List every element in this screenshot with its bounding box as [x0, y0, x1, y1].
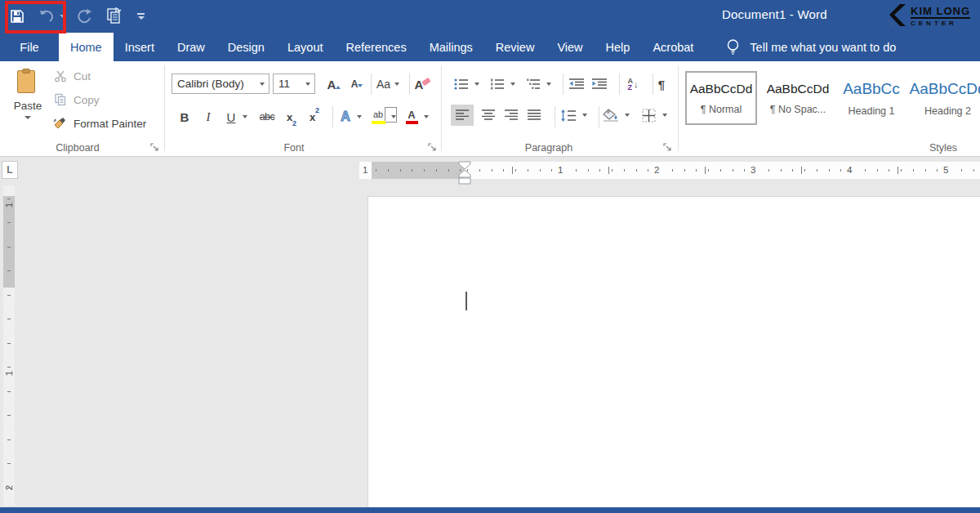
tab-stop-selector[interactable]: L: [2, 161, 18, 179]
shading-button[interactable]: [599, 105, 622, 126]
paste-button[interactable]: Paste: [8, 67, 47, 137]
numbering-dropdown-icon: [510, 83, 515, 86]
tab-help[interactable]: Help: [595, 33, 642, 61]
ribbon: Paste Cut Copy Format Painter Clipboard …: [0, 61, 980, 157]
align-left-icon: [455, 109, 470, 121]
tab-references[interactable]: References: [334, 33, 417, 61]
shading-dropdown-icon: [625, 114, 630, 117]
paragraph-dialog-launcher-icon[interactable]: [663, 141, 673, 151]
font-color-button[interactable]: A: [402, 106, 421, 127]
text-highlight-button[interactable]: ab: [368, 106, 389, 127]
align-center-button[interactable]: [477, 105, 500, 126]
format-painter-label: Format Painter: [74, 118, 146, 130]
shrink-font-icon: A: [351, 78, 359, 90]
clipboard-dialog-launcher-icon[interactable]: [150, 141, 160, 151]
justify-button[interactable]: [523, 105, 546, 126]
italic-button[interactable]: I: [198, 106, 218, 127]
underline-button[interactable]: U: [222, 106, 240, 127]
tab-acrobat[interactable]: Acrobat: [641, 33, 705, 61]
borders-dropdown[interactable]: [660, 105, 670, 126]
ruler-number: 5: [941, 164, 951, 176]
subscript-button[interactable]: x2: [281, 106, 302, 127]
tab-home[interactable]: Home: [59, 33, 114, 61]
highlight-dropdown-icon: [391, 115, 396, 118]
bullets-dropdown[interactable]: [472, 74, 482, 95]
shrink-font-button[interactable]: A: [345, 74, 364, 95]
underline-dropdown[interactable]: [240, 106, 250, 127]
font-dialog-launcher-icon[interactable]: [428, 141, 438, 151]
text-effects-dropdown-icon: [357, 115, 362, 118]
numbering-button[interactable]: [487, 74, 508, 95]
decrease-indent-button[interactable]: [565, 74, 588, 95]
text-effects-button[interactable]: A: [335, 106, 356, 127]
clear-formatting-button[interactable]: A: [412, 74, 434, 95]
increase-indent-button[interactable]: [588, 74, 611, 95]
customize-qat-icon[interactable]: [137, 13, 145, 20]
style-no-spacing[interactable]: AaBbCcDd ¶ No Spac...: [762, 71, 834, 125]
multilevel-list-icon: [526, 78, 541, 90]
undo-dropdown-icon[interactable]: [59, 15, 67, 18]
save-icon[interactable]: [5, 4, 29, 29]
tab-mailings[interactable]: Mailings: [418, 33, 484, 61]
sort-button[interactable]: AZ ↓: [621, 74, 645, 95]
cut-label: Cut: [74, 70, 91, 83]
font-name-select[interactable]: Calibri (Body): [172, 74, 270, 94]
font-group-label: Font: [245, 142, 343, 154]
vertical-ruler[interactable]: 1 1 2: [3, 185, 15, 506]
change-case-button[interactable]: Aa: [373, 74, 403, 95]
underline-icon: U: [227, 110, 236, 124]
horizontal-ruler[interactable]: 1 1 2 3 4 5: [359, 162, 980, 179]
style-heading-2[interactable]: AaBbCcDd Heading 2: [909, 71, 980, 125]
multilevel-list-button[interactable]: [523, 74, 544, 95]
copy-document-icon[interactable]: [101, 4, 126, 29]
copy-icon: [52, 93, 69, 106]
font-size-select[interactable]: 11: [273, 74, 315, 94]
align-left-button[interactable]: [451, 105, 474, 126]
grow-font-button[interactable]: A: [322, 74, 341, 95]
ruler-number: 1: [4, 199, 14, 211]
style-name: ¶ Normal: [701, 104, 742, 115]
cut-scissors-icon: [52, 69, 69, 83]
shading-dropdown[interactable]: [622, 105, 632, 126]
superscript-button[interactable]: x2: [304, 106, 325, 127]
strikethrough-button[interactable]: abc: [255, 106, 279, 127]
group-separator: [441, 65, 442, 151]
text-effects-icon: A: [341, 109, 350, 124]
show-hide-marks-button[interactable]: ¶: [652, 74, 671, 95]
numbering-dropdown[interactable]: [508, 74, 518, 95]
numbering-icon: [490, 78, 505, 90]
undo-icon[interactable]: [34, 4, 59, 29]
style-normal[interactable]: AaBbCcDd ¶ Normal: [685, 71, 757, 125]
copy-button[interactable]: Copy: [52, 93, 100, 106]
tab-file[interactable]: File: [0, 33, 59, 61]
tab-draw[interactable]: Draw: [166, 33, 216, 61]
paste-clipboard-icon: [17, 69, 38, 95]
tab-review[interactable]: Review: [484, 33, 546, 61]
tell-me-box[interactable]: Tell me what you want to do: [726, 33, 896, 61]
line-spacing-dropdown-icon: [582, 114, 587, 117]
cut-button[interactable]: Cut: [52, 69, 91, 83]
logo-arrow-icon: [886, 3, 907, 28]
tab-insert[interactable]: Insert: [114, 33, 166, 61]
tab-layout[interactable]: Layout: [276, 33, 335, 61]
borders-button[interactable]: [637, 105, 660, 126]
line-spacing-button[interactable]: [557, 105, 580, 126]
redo-icon[interactable]: [72, 4, 96, 29]
bold-button[interactable]: B: [175, 106, 194, 127]
tab-design[interactable]: Design: [216, 33, 276, 61]
text-highlight-dropdown[interactable]: [389, 106, 399, 127]
format-painter-button[interactable]: Format Painter: [52, 117, 146, 130]
align-right-button[interactable]: [500, 105, 523, 126]
font-color-dropdown[interactable]: [421, 106, 431, 127]
bold-icon: B: [180, 110, 189, 124]
bullets-button[interactable]: [451, 74, 472, 95]
align-center-icon: [481, 109, 496, 121]
indent-markers[interactable]: [457, 161, 472, 185]
text-effects-dropdown[interactable]: [354, 106, 364, 127]
style-heading-1[interactable]: AaBbCc Heading 1: [835, 71, 907, 125]
tab-view[interactable]: View: [546, 33, 594, 61]
multilevel-dropdown[interactable]: [544, 74, 554, 95]
lightbulb-icon: [726, 38, 740, 56]
document-page[interactable]: [368, 196, 980, 507]
line-spacing-dropdown[interactable]: [580, 105, 590, 126]
